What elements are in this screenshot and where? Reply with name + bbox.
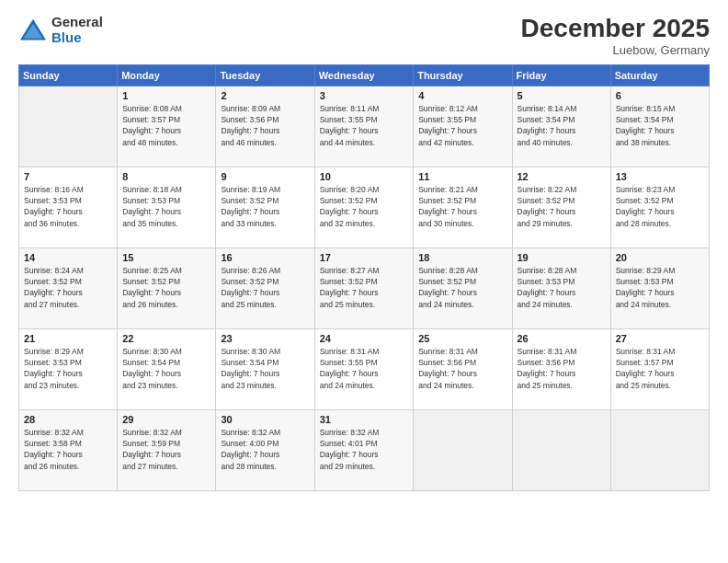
calendar-cell: 14Sunrise: 8:24 AMSunset: 3:52 PMDayligh…	[19, 247, 118, 328]
day-number: 1	[122, 90, 210, 101]
calendar-cell: 2Sunrise: 8:09 AMSunset: 3:56 PMDaylight…	[216, 86, 314, 167]
logo-general: General	[51, 15, 103, 30]
calendar-cell: 16Sunrise: 8:26 AMSunset: 3:52 PMDayligh…	[216, 247, 314, 328]
day-number: 24	[320, 333, 408, 344]
day-info: Sunrise: 8:20 AMSunset: 3:52 PMDaylight:…	[320, 184, 408, 229]
day-info: Sunrise: 8:14 AMSunset: 3:54 PMDaylight:…	[518, 103, 606, 148]
calendar-cell: 22Sunrise: 8:30 AMSunset: 3:54 PMDayligh…	[118, 328, 216, 409]
calendar-cell	[610, 409, 709, 490]
calendar-cell: 26Sunrise: 8:31 AMSunset: 3:56 PMDayligh…	[512, 328, 610, 409]
day-info: Sunrise: 8:15 AMSunset: 3:54 PMDaylight:…	[616, 103, 704, 148]
calendar-cell: 21Sunrise: 8:29 AMSunset: 3:53 PMDayligh…	[19, 328, 118, 409]
day-number: 13	[616, 171, 704, 182]
day-number: 16	[221, 252, 309, 263]
day-info: Sunrise: 8:32 AMSunset: 4:00 PMDaylight:…	[221, 427, 309, 472]
calendar-cell: 5Sunrise: 8:14 AMSunset: 3:54 PMDaylight…	[512, 86, 610, 167]
day-info: Sunrise: 8:29 AMSunset: 3:53 PMDaylight:…	[616, 265, 704, 310]
day-info: Sunrise: 8:32 AMSunset: 4:01 PMDaylight:…	[320, 427, 408, 472]
day-info: Sunrise: 8:22 AMSunset: 3:52 PMDaylight:…	[518, 184, 606, 229]
calendar-cell: 3Sunrise: 8:11 AMSunset: 3:55 PMDaylight…	[314, 86, 413, 167]
day-number: 26	[518, 333, 606, 344]
day-info: Sunrise: 8:26 AMSunset: 3:52 PMDaylight:…	[221, 265, 309, 310]
calendar-cell: 6Sunrise: 8:15 AMSunset: 3:54 PMDaylight…	[610, 86, 709, 167]
location: Luebow, Germany	[521, 43, 710, 57]
day-info: Sunrise: 8:30 AMSunset: 3:54 PMDaylight:…	[122, 346, 210, 391]
day-info: Sunrise: 8:31 AMSunset: 3:55 PMDaylight:…	[320, 346, 408, 391]
calendar-cell: 7Sunrise: 8:16 AMSunset: 3:53 PMDaylight…	[19, 167, 118, 247]
day-number: 19	[518, 252, 606, 263]
calendar-cell: 19Sunrise: 8:28 AMSunset: 3:53 PMDayligh…	[512, 247, 610, 328]
page: General Blue December 2025 Luebow, Germa…	[0, 0, 728, 563]
day-number: 6	[616, 90, 704, 101]
calendar-cell: 12Sunrise: 8:22 AMSunset: 3:52 PMDayligh…	[512, 167, 610, 247]
calendar-cell: 8Sunrise: 8:18 AMSunset: 3:53 PMDaylight…	[118, 167, 216, 247]
day-info: Sunrise: 8:11 AMSunset: 3:55 PMDaylight:…	[320, 103, 408, 148]
day-info: Sunrise: 8:09 AMSunset: 3:56 PMDaylight:…	[221, 103, 309, 148]
day-number: 30	[221, 414, 309, 425]
day-number: 8	[122, 171, 210, 182]
calendar-cell: 15Sunrise: 8:25 AMSunset: 3:52 PMDayligh…	[118, 247, 216, 328]
day-info: Sunrise: 8:24 AMSunset: 3:52 PMDaylight:…	[24, 265, 112, 310]
calendar-week-row: 1Sunrise: 8:08 AMSunset: 3:57 PMDaylight…	[19, 86, 710, 167]
day-info: Sunrise: 8:18 AMSunset: 3:53 PMDaylight:…	[122, 184, 210, 229]
day-info: Sunrise: 8:08 AMSunset: 3:57 PMDaylight:…	[122, 103, 210, 148]
calendar-week-row: 7Sunrise: 8:16 AMSunset: 3:53 PMDaylight…	[19, 167, 710, 247]
header: General Blue December 2025 Luebow, Germa…	[18, 15, 710, 57]
col-friday: Friday	[512, 64, 610, 86]
calendar-cell: 28Sunrise: 8:32 AMSunset: 3:58 PMDayligh…	[19, 409, 118, 490]
day-number: 21	[24, 333, 112, 344]
day-number: 31	[320, 414, 408, 425]
calendar-cell: 24Sunrise: 8:31 AMSunset: 3:55 PMDayligh…	[314, 328, 413, 409]
calendar-cell: 30Sunrise: 8:32 AMSunset: 4:00 PMDayligh…	[216, 409, 314, 490]
calendar-cell: 17Sunrise: 8:27 AMSunset: 3:52 PMDayligh…	[314, 247, 413, 328]
logo-text: General Blue	[51, 15, 103, 45]
day-number: 14	[24, 252, 112, 263]
calendar-cell: 1Sunrise: 8:08 AMSunset: 3:57 PMDaylight…	[118, 86, 216, 167]
calendar-week-row: 14Sunrise: 8:24 AMSunset: 3:52 PMDayligh…	[19, 247, 710, 328]
month-title: December 2025	[521, 15, 710, 43]
calendar-week-row: 28Sunrise: 8:32 AMSunset: 3:58 PMDayligh…	[19, 409, 710, 490]
day-number: 5	[518, 90, 606, 101]
day-info: Sunrise: 8:21 AMSunset: 3:52 PMDaylight:…	[418, 184, 506, 229]
day-info: Sunrise: 8:32 AMSunset: 3:59 PMDaylight:…	[122, 427, 210, 472]
day-info: Sunrise: 8:25 AMSunset: 3:52 PMDaylight:…	[122, 265, 210, 310]
logo: General Blue	[18, 15, 103, 45]
calendar-cell: 20Sunrise: 8:29 AMSunset: 3:53 PMDayligh…	[610, 247, 709, 328]
day-number: 20	[616, 252, 704, 263]
day-info: Sunrise: 8:31 AMSunset: 3:57 PMDaylight:…	[616, 346, 704, 391]
day-number: 10	[320, 171, 408, 182]
day-info: Sunrise: 8:29 AMSunset: 3:53 PMDaylight:…	[24, 346, 112, 391]
calendar-header-row: Sunday Monday Tuesday Wednesday Thursday…	[19, 64, 710, 86]
day-number: 9	[221, 171, 309, 182]
day-number: 18	[418, 252, 506, 263]
col-wednesday: Wednesday	[314, 64, 413, 86]
col-tuesday: Tuesday	[216, 64, 314, 86]
day-info: Sunrise: 8:30 AMSunset: 3:54 PMDaylight:…	[221, 346, 309, 391]
calendar-cell: 27Sunrise: 8:31 AMSunset: 3:57 PMDayligh…	[610, 328, 709, 409]
day-number: 15	[122, 252, 210, 263]
day-number: 27	[616, 333, 704, 344]
day-number: 11	[418, 171, 506, 182]
day-number: 28	[24, 414, 112, 425]
day-number: 17	[320, 252, 408, 263]
calendar-week-row: 21Sunrise: 8:29 AMSunset: 3:53 PMDayligh…	[19, 328, 710, 409]
day-info: Sunrise: 8:16 AMSunset: 3:53 PMDaylight:…	[24, 184, 112, 229]
day-number: 2	[221, 90, 309, 101]
col-sunday: Sunday	[19, 64, 118, 86]
day-number: 3	[320, 90, 408, 101]
calendar-cell: 18Sunrise: 8:28 AMSunset: 3:52 PMDayligh…	[414, 247, 512, 328]
logo-blue: Blue	[51, 30, 103, 46]
calendar-cell: 10Sunrise: 8:20 AMSunset: 3:52 PMDayligh…	[314, 167, 413, 247]
calendar-cell: 23Sunrise: 8:30 AMSunset: 3:54 PMDayligh…	[216, 328, 314, 409]
title-block: December 2025 Luebow, Germany	[521, 15, 710, 57]
calendar-cell: 9Sunrise: 8:19 AMSunset: 3:52 PMDaylight…	[216, 167, 314, 247]
calendar-cell: 29Sunrise: 8:32 AMSunset: 3:59 PMDayligh…	[118, 409, 216, 490]
calendar-cell: 25Sunrise: 8:31 AMSunset: 3:56 PMDayligh…	[414, 328, 512, 409]
calendar-cell: 11Sunrise: 8:21 AMSunset: 3:52 PMDayligh…	[414, 167, 512, 247]
calendar-cell	[512, 409, 610, 490]
calendar-cell: 4Sunrise: 8:12 AMSunset: 3:55 PMDaylight…	[414, 86, 512, 167]
day-info: Sunrise: 8:28 AMSunset: 3:53 PMDaylight:…	[518, 265, 606, 310]
day-number: 4	[418, 90, 506, 101]
day-number: 22	[122, 333, 210, 344]
day-info: Sunrise: 8:28 AMSunset: 3:52 PMDaylight:…	[418, 265, 506, 310]
